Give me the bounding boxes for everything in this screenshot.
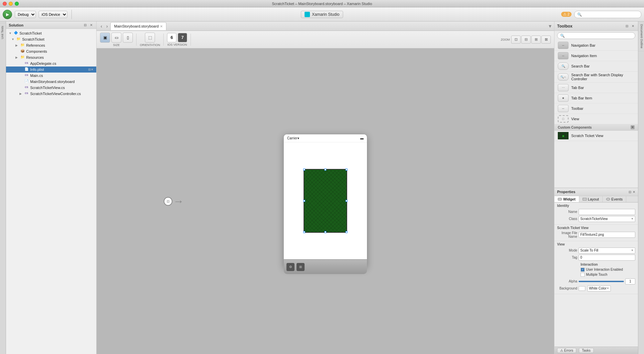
toolbox-item-search-bar[interactable]: 🔍 Search Bar: [554, 61, 638, 72]
size-tool-3[interactable]: ▯: [123, 33, 133, 43]
tree-item-components[interactable]: 📦 Components: [6, 48, 96, 54]
handle-top-left[interactable]: [303, 169, 305, 171]
handle-bottom-middle[interactable]: [324, 231, 326, 233]
name-input[interactable]: [579, 209, 635, 215]
toolbox-item-tab-bar-item[interactable]: ★ Tab Bar Item: [554, 93, 638, 103]
toolbar-separator: [71, 10, 72, 19]
custom-components-close[interactable]: ✕: [631, 125, 635, 129]
tab-bar-icon: ⋯: [558, 84, 569, 91]
handle-top-right[interactable]: [345, 169, 347, 171]
user-interaction-checkbox[interactable]: ✓: [581, 268, 585, 272]
window-controls[interactable]: [3, 2, 19, 6]
unit-tests-tab[interactable]: Unit Tests: [0, 23, 6, 42]
toolbox-item-search-bar-display[interactable]: 🔍─ Search Bar with Search Display Contro…: [554, 72, 638, 83]
toolbox-item-scratch-ticket-view[interactable]: ■ Scratch Ticket View: [554, 131, 638, 141]
tab-layout[interactable]: Layout: [579, 196, 603, 202]
tree-item-references[interactable]: ▶ 📁 References: [6, 42, 96, 48]
package-icon: 📦: [20, 49, 25, 54]
alpha-slider[interactable]: [579, 281, 624, 282]
tab-widget[interactable]: Widget: [554, 196, 579, 202]
iphone-tab-bar: ⚙ ⊞: [284, 259, 367, 274]
tree-item-scratchticker[interactable]: ▼ 📁 ScratchTicket: [6, 36, 96, 42]
toolbox-search-input[interactable]: [557, 32, 635, 39]
sidebar-collapse-btn[interactable]: ⊟: [83, 23, 88, 27]
sidebar-close-btn[interactable]: ✕: [89, 23, 94, 27]
ios-version-value[interactable]: 7: [178, 33, 187, 42]
tree-label: Info.plist: [30, 68, 44, 72]
handle-middle-right[interactable]: [345, 200, 347, 202]
actual-size-button[interactable]: ⊠: [541, 36, 551, 44]
toolbox-item-view[interactable]: □ View: [554, 114, 638, 124]
handle-bottom-left[interactable]: [303, 231, 305, 233]
minimize-button[interactable]: [9, 2, 13, 6]
zoom-out-button[interactable]: ⊟: [521, 36, 531, 44]
toolbox-close-btn[interactable]: ✕: [631, 24, 635, 28]
tree-item-scratchticker-root[interactable]: ▼ 🔷 ScratchTicket: [6, 30, 96, 36]
class-select[interactable]: ScratchTicketView ▼: [579, 216, 635, 222]
maximize-button[interactable]: [15, 2, 19, 6]
alpha-value[interactable]: 1: [625, 278, 635, 284]
zoom-in-button[interactable]: ⊞: [531, 36, 541, 44]
tab-events[interactable]: Events: [603, 196, 627, 202]
main-toolbar: ▶ Debug iOS Device Xamarin Studio ⚠ 2: [0, 7, 644, 21]
orientation-tool-landscape[interactable]: ⬚: [145, 33, 155, 43]
identity-title: Identity: [557, 204, 635, 208]
tree-item-main[interactable]: cs Main.cs: [6, 73, 96, 79]
tasks-button[interactable]: Tasks: [579, 348, 594, 353]
tree-item-scratchtickerview[interactable]: cs ScratchTicketView.cs: [6, 85, 96, 91]
tree-item-scratchticketviewcontroller[interactable]: ▶ cs ScratchTicketViewController.cs: [6, 91, 96, 97]
device-select[interactable]: iOS Device: [39, 11, 67, 18]
toolbox-collapse-btn[interactable]: ⊟: [625, 24, 629, 28]
tree-label: AppDelegate.cs: [30, 61, 56, 65]
toolbox-item-tab-bar[interactable]: ⋯ Tab Bar: [554, 83, 638, 93]
handle-bottom-right[interactable]: [345, 231, 347, 233]
image-file-input[interactable]: FillTexture2.png: [579, 232, 635, 238]
tag-value: 0: [580, 256, 582, 259]
size-value[interactable]: 6: [167, 33, 176, 42]
tree-item-resources[interactable]: ▶ 📁 Resources: [6, 54, 96, 60]
xamarin-icon: [305, 12, 310, 17]
tree-item-appdelegate[interactable]: cs AppDelegate.cs: [6, 60, 96, 67]
close-button[interactable]: [3, 2, 7, 6]
tab-close-button[interactable]: ✕: [160, 25, 163, 28]
tab-bar-item-icon: ★: [558, 94, 569, 102]
tab-menu-button[interactable]: ▾: [549, 23, 551, 29]
tab-prev-button[interactable]: ‹: [99, 24, 104, 29]
properties-title: Properties: [557, 190, 575, 194]
warning-badge[interactable]: ⚠ 2: [561, 12, 572, 17]
size-tool-2[interactable]: ▭: [111, 33, 121, 43]
scratch-ticket-view[interactable]: [304, 169, 347, 233]
canvas-content[interactable]: ⊡ → Carrier ▾ ▬: [97, 48, 554, 354]
tree-item-infoplist[interactable]: 📄 Info.plist ⊟✕: [6, 67, 96, 73]
toolbox-item-toolbar[interactable]: ─ Toolbar: [554, 103, 638, 114]
fit-button[interactable]: ⊡: [511, 36, 521, 44]
handle-middle-left[interactable]: [303, 200, 305, 202]
background-select[interactable]: White Color ▼: [587, 285, 611, 292]
toolbox-item-label: Toolbar: [571, 106, 583, 110]
tag-label: Tag: [557, 256, 577, 259]
run-button[interactable]: ▶: [3, 10, 12, 19]
toolbox-item-navigation-item[interactable]: ─ Navigation Item: [554, 51, 638, 61]
iphone-content[interactable]: [284, 142, 367, 259]
ios-version-label: IOS VERSION: [167, 43, 187, 46]
handle-top-middle[interactable]: [324, 169, 326, 171]
multiple-touch-checkbox[interactable]: [581, 273, 585, 277]
tab-next-button[interactable]: ›: [105, 24, 109, 29]
errors-button[interactable]: ⚠ Errors: [557, 348, 576, 353]
storyboard-tab[interactable]: MainStoryboard.storyboard ✕: [110, 22, 166, 30]
global-search-input[interactable]: [574, 11, 641, 18]
toolbox-item-navigation-bar[interactable]: ─ Navigation Bar: [554, 40, 638, 51]
props-close-btn[interactable]: ✕: [633, 190, 635, 194]
tree-item-mainstoryboard[interactable]: 📄 MainStoryboard.storyboard: [6, 79, 96, 85]
sidebar-controls: ⊟ ✕: [83, 23, 94, 27]
size-tool-1[interactable]: ▣: [100, 33, 110, 43]
document-outline-tab[interactable]: Document Outline: [638, 21, 644, 51]
sidebar: Solution ⊟ ✕ ▼ 🔷 ScratchTicket ▼ 📁 Scrat…: [6, 21, 97, 354]
tag-input[interactable]: 0: [579, 255, 635, 261]
mode-select[interactable]: Scale To Fill ▼: [579, 248, 635, 254]
color-swatch[interactable]: [579, 286, 585, 291]
build-config-select[interactable]: Debug: [15, 11, 36, 18]
cs-file-icon: cs: [24, 85, 29, 90]
props-collapse-btn[interactable]: ⊟: [629, 190, 631, 194]
mode-label: Mode: [557, 249, 577, 252]
